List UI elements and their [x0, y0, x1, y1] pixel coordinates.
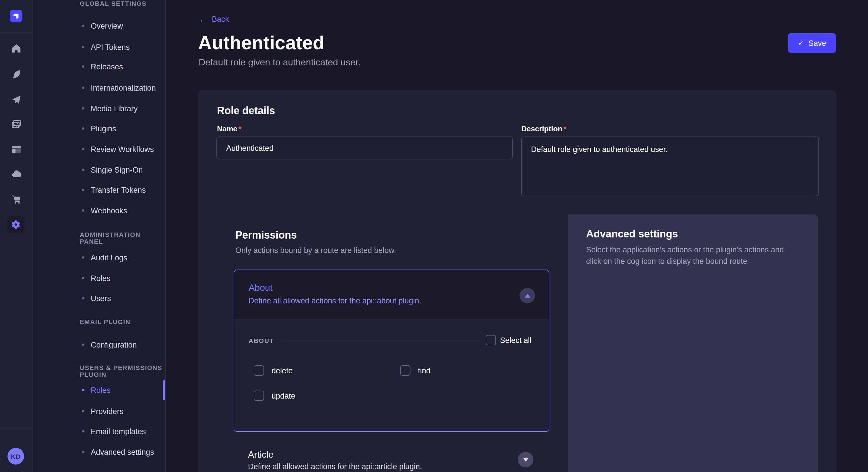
chevron-down-icon [523, 458, 528, 462]
media-library-icon[interactable] [9, 117, 23, 131]
settings-gear-icon[interactable] [7, 216, 25, 233]
bullet [82, 148, 84, 150]
sidebar-item-single-sign-on[interactable]: Single Sign-On [82, 165, 143, 175]
bullet [82, 410, 84, 412]
accordion-article-subtitle: Define all allowed actions for the api::… [248, 462, 422, 471]
bullet [82, 389, 84, 391]
user-avatar[interactable]: KD [7, 448, 24, 465]
bullet [82, 189, 84, 191]
back-label: Back [212, 15, 229, 24]
about-group-label: ABOUT [249, 337, 274, 344]
main-content: ← Back Authenticated Default role given … [166, 0, 868, 472]
checkbox-update[interactable] [254, 391, 264, 401]
bullet [82, 87, 84, 89]
sidebar-item-internationalization[interactable]: Internationalization [82, 82, 156, 93]
sidebar-item-admin-roles[interactable]: Roles [82, 273, 111, 283]
sidebar-item-audit-logs[interactable]: Audit Logs [82, 252, 127, 263]
required-asterisk: * [239, 125, 241, 133]
bullet [82, 451, 84, 453]
settings-sidebar: GLOBAL SETTINGS Overview API Tokens Rele… [33, 0, 166, 472]
bullet [82, 256, 84, 259]
advanced-settings-description: Select the application's actions or the … [586, 244, 800, 267]
section-email-plugin: EMAIL PLUGIN [80, 318, 130, 325]
page-title: Authenticated [198, 32, 324, 54]
bullet [82, 430, 84, 432]
home-icon[interactable] [9, 41, 23, 55]
checkbox-find-label[interactable]: find [418, 367, 431, 375]
required-asterisk: * [563, 125, 566, 133]
accordion-article-title[interactable]: Article [248, 450, 274, 460]
checkbox-delete[interactable] [254, 365, 264, 376]
checkbox-find[interactable] [400, 365, 410, 376]
description-textarea[interactable]: Default role given to authenticated user… [521, 136, 818, 196]
bullet [82, 209, 84, 212]
back-arrow-icon: ← [198, 15, 207, 24]
group-divider [281, 341, 480, 341]
bullet [82, 277, 84, 279]
sidebar-item-api-tokens[interactable]: API Tokens [82, 42, 130, 52]
strapi-logo[interactable] [10, 10, 22, 22]
save-button[interactable]: ✓ Save [788, 33, 836, 53]
sidebar-item-email-templates[interactable]: Email templates [82, 426, 146, 436]
section-administration-panel: ADMINISTRATION PANEL [80, 231, 165, 245]
marketplace-cart-icon[interactable] [9, 192, 23, 206]
bullet [82, 169, 84, 171]
bullet [82, 297, 84, 299]
select-all-checkbox[interactable] [486, 335, 496, 345]
select-all-label[interactable]: Select all [500, 336, 532, 345]
back-link[interactable]: ← Back [198, 15, 229, 24]
page-subtitle: Default role given to authenticated user… [198, 57, 361, 68]
bullet [82, 46, 84, 48]
content-type-builder-icon[interactable] [9, 67, 23, 81]
role-details-card: Role details Name* Description* Default … [198, 90, 836, 472]
sidebar-item-configuration[interactable]: Configuration [82, 339, 137, 350]
advanced-settings-heading: Advanced settings [586, 228, 678, 240]
sidebar-item-webhooks[interactable]: Webhooks [82, 205, 127, 216]
active-item-indicator [163, 380, 165, 400]
expand-button[interactable] [518, 452, 533, 467]
accordion-about: About Define all allowed actions for the… [234, 270, 549, 432]
bullet [82, 343, 84, 346]
name-input[interactable] [216, 136, 513, 160]
sidebar-item-providers[interactable]: Providers [82, 406, 123, 416]
sidebar-item-advanced-settings[interactable]: Advanced settings [82, 447, 154, 457]
bullet [82, 65, 84, 68]
icon-rail: KD [0, 0, 33, 472]
content-manager-layout-icon[interactable] [9, 142, 23, 156]
chevron-up-icon [524, 294, 530, 298]
sidebar-item-overview[interactable]: Overview [82, 21, 123, 31]
name-label: Name* [217, 125, 241, 133]
advanced-settings-panel: Advanced settings Select the application… [568, 214, 818, 472]
sidebar-item-review-workflows[interactable]: Review Workflows [82, 144, 154, 154]
deploy-paper-plane-icon[interactable] [9, 92, 23, 106]
bullet [82, 127, 84, 130]
rail-divider [0, 429, 32, 429]
sidebar-item-up-roles[interactable]: Roles [82, 385, 111, 395]
cloud-icon[interactable] [9, 167, 23, 181]
description-label: Description* [521, 125, 566, 133]
collapse-button[interactable] [520, 288, 535, 303]
sidebar-item-plugins[interactable]: Plugins [82, 123, 116, 134]
check-icon: ✓ [798, 40, 804, 46]
section-users-permissions-plugin: USERS & PERMISSIONS PLUGIN [80, 364, 165, 378]
permissions-subheading: Only actions bound by a route are listed… [236, 245, 396, 256]
sidebar-item-users[interactable]: Users [82, 293, 111, 303]
bullet [82, 107, 84, 109]
rail-divider [0, 32, 32, 33]
strapi-admin: KD GLOBAL SETTINGS Overview API Tokens R… [0, 0, 868, 472]
accordion-about-subtitle: Define all allowed actions for the api::… [249, 297, 422, 305]
accordion-about-title: About [249, 283, 273, 293]
bullet [82, 25, 84, 27]
sidebar-item-releases[interactable]: Releases [82, 61, 123, 72]
checkbox-update-label[interactable]: update [272, 392, 296, 400]
accordion-about-body: ABOUT Select all delete find update [234, 319, 549, 432]
sidebar-item-transfer-tokens[interactable]: Transfer Tokens [82, 185, 146, 195]
section-global-settings: GLOBAL SETTINGS [80, 0, 147, 7]
accordion-about-header[interactable]: About Define all allowed actions for the… [234, 270, 549, 319]
permissions-panel: Permissions Only actions bound by a rout… [216, 214, 568, 472]
permissions-heading: Permissions [236, 229, 297, 241]
checkbox-delete-label[interactable]: delete [272, 367, 293, 375]
role-details-heading: Role details [217, 105, 275, 117]
sidebar-item-media-library[interactable]: Media Library [82, 103, 138, 113]
